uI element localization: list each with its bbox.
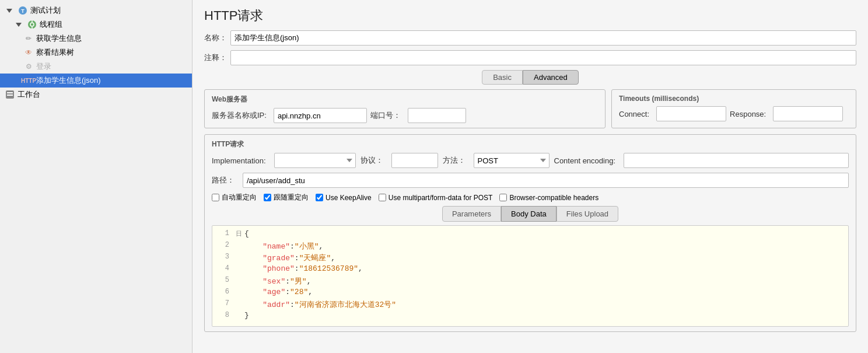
- svg-text:T: T: [21, 8, 24, 14]
- protocol-label: 协议：: [360, 155, 383, 166]
- workbench-icon: [5, 89, 15, 100]
- line-num-4: 4: [214, 264, 234, 272]
- line-num-3: 3: [214, 253, 234, 261]
- fold-1[interactable]: 日: [234, 229, 243, 238]
- tri-down-icon: [5, 5, 15, 16]
- panels-row: Web服务器 服务器名称或IP: 端口号： Timeouts (millisec…: [204, 89, 856, 128]
- web-server-panel: Web服务器 服务器名称或IP: 端口号：: [204, 89, 606, 128]
- auto-redirect-input[interactable]: [212, 194, 219, 201]
- sidebar-item-addstu[interactable]: HTTP 添加学生信息(json): [0, 74, 192, 88]
- browser-headers-input[interactable]: [499, 194, 507, 201]
- keepalive-checkbox[interactable]: Use KeepAlive: [316, 194, 372, 202]
- json-editor[interactable]: 1 日 { 2 "name":"小黑", 3: [212, 225, 849, 327]
- sidebar-item-workbench[interactable]: 工作台: [0, 88, 192, 102]
- sidebar-item-fetch-label: 获取学生信息: [36, 33, 82, 44]
- tab-basic[interactable]: Basic: [482, 70, 523, 85]
- json-line-6: 6 "age":"28",: [212, 288, 848, 299]
- path-row: 路径：: [212, 173, 849, 188]
- sidebar-item-view[interactable]: 👁 察看结果树: [0, 46, 192, 60]
- encoding-label: Content encoding:: [554, 156, 616, 165]
- sidebar-item-addstu-label: 添加学生信息(json): [36, 75, 101, 86]
- tab-files-upload[interactable]: Files Upload: [556, 206, 618, 222]
- json-line-4: 4 "phone":"18612536789",: [212, 264, 848, 276]
- path-input[interactable]: [243, 173, 849, 188]
- impl-label: Implementation:: [212, 156, 266, 165]
- json-line-5: 5 "sex":"男",: [212, 276, 848, 288]
- browser-headers-checkbox[interactable]: Browser-compatible headers: [499, 194, 598, 202]
- sidebar-item-threadgroup-label: 线程组: [40, 19, 62, 30]
- response-input[interactable]: [773, 106, 843, 121]
- bottom-tabs: Parameters Body Data Files Upload: [212, 206, 849, 222]
- plan-icon: T: [18, 5, 28, 16]
- name-input[interactable]: [230, 30, 856, 46]
- follow-redirect-checkbox[interactable]: 跟随重定向: [264, 193, 309, 202]
- auto-redirect-checkbox[interactable]: 自动重定向: [212, 193, 257, 202]
- follow-redirect-label: 跟随重定向: [274, 193, 309, 202]
- line-content-3: "grade":"天蝎座",: [244, 253, 847, 263]
- comment-row: 注释：: [204, 50, 856, 65]
- line-content-8: }: [244, 311, 847, 320]
- form-section: 名称： 注释： Basic Advanced Web服务器 服务器名称或IP: …: [192, 30, 868, 353]
- json-line-7: 7 "addr":"河南省济源市北海大道32号": [212, 299, 848, 311]
- timeouts-panel: Timeouts (milliseconds) Connect: Respons…: [611, 89, 856, 128]
- page-title: HTTP请求: [192, 0, 868, 30]
- auto-redirect-label: 自动重定向: [222, 193, 257, 202]
- sidebar-item-login-label: 登录: [36, 61, 51, 72]
- svg-rect-8: [7, 95, 13, 96]
- line-content-2: "name":"小黑",: [244, 241, 847, 251]
- multipart-checkbox[interactable]: Use multipart/form-data for POST: [379, 194, 493, 202]
- impl-select[interactable]: [274, 153, 356, 168]
- line-content-4: "phone":"18612536789",: [244, 264, 847, 273]
- line-num-6: 6: [214, 288, 234, 296]
- pencil-icon: ✏: [23, 33, 34, 44]
- server-label: 服务器名称或IP:: [212, 110, 267, 121]
- sidebar-item-plan-label: 测试计划: [30, 5, 61, 16]
- sidebar-item-plan[interactable]: T 测试计划: [0, 4, 192, 18]
- json-line-8: 8 }: [212, 311, 848, 323]
- http-row1: Implementation: 协议： 方法： POST GET Content…: [212, 153, 849, 168]
- tab-advanced[interactable]: Advanced: [523, 70, 579, 85]
- json-line-2: 2 "name":"小黑",: [212, 241, 848, 253]
- http-request-section: HTTP请求 Implementation: 协议： 方法： POST GET …: [204, 134, 856, 332]
- threadgroup-icon: [27, 19, 37, 30]
- http-icon: HTTP: [23, 75, 34, 86]
- tri-down-icon2: [14, 19, 24, 30]
- keepalive-input[interactable]: [316, 194, 323, 201]
- follow-redirect-input[interactable]: [264, 194, 271, 201]
- encoding-input[interactable]: [624, 153, 849, 168]
- timeouts-title: Timeouts (milliseconds): [619, 95, 849, 103]
- sidebar-item-fetch[interactable]: ✏ 获取学生信息: [0, 32, 192, 46]
- name-row: 名称：: [204, 30, 856, 46]
- checkbox-row: 自动重定向 跟随重定向 Use KeepAlive Use multipart/…: [212, 193, 849, 202]
- sidebar-item-view-label: 察看结果树: [36, 47, 74, 58]
- sidebar-item-login[interactable]: ⚙ 登录: [0, 60, 192, 74]
- svg-rect-7: [7, 92, 13, 93]
- tab-body-data[interactable]: Body Data: [501, 206, 556, 222]
- web-server-title: Web服务器: [212, 95, 598, 104]
- gear-icon: ⚙: [23, 61, 34, 72]
- sidebar-item-threadgroup[interactable]: 线程组: [0, 18, 192, 32]
- line-num-2: 2: [214, 241, 234, 249]
- browser-headers-label: Browser-compatible headers: [509, 194, 598, 202]
- line-num-7: 7: [214, 299, 234, 307]
- line-num-1: 1: [214, 229, 234, 237]
- line-content-7: "addr":"河南省济源市北海大道32号": [244, 299, 847, 310]
- comment-input[interactable]: [230, 50, 856, 65]
- connect-input[interactable]: [656, 106, 726, 121]
- http-request-title: HTTP请求: [212, 139, 849, 149]
- server-input[interactable]: [274, 108, 367, 123]
- tab-parameters[interactable]: Parameters: [442, 206, 501, 222]
- json-line-1: 1 日 {: [212, 229, 848, 241]
- line-num-5: 5: [214, 276, 234, 284]
- eye-icon: 👁: [23, 47, 34, 58]
- connect-label: Connect:: [619, 110, 649, 118]
- port-label: 端口号：: [370, 110, 401, 121]
- method-select[interactable]: POST GET: [474, 153, 550, 168]
- multipart-input[interactable]: [379, 194, 386, 201]
- comment-label: 注释：: [204, 53, 227, 63]
- multipart-label: Use multipart/form-data for POST: [388, 194, 493, 202]
- port-input[interactable]: [408, 108, 466, 123]
- main-panel: HTTP请求 名称： 注释： Basic Advanced Web服务器 服务器…: [192, 0, 868, 353]
- path-label: 路径：: [212, 175, 235, 186]
- protocol-input[interactable]: [391, 153, 438, 168]
